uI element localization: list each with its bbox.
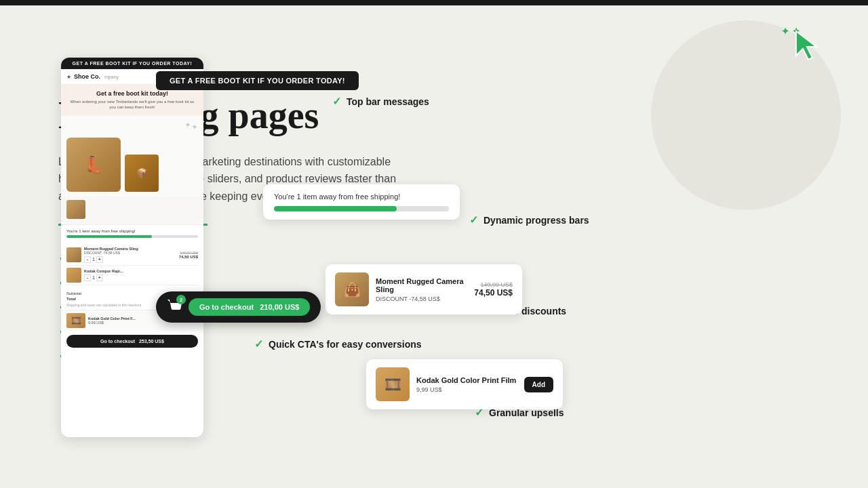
browser-top-bar: GET A FREE BOOT KIT IF YOU ORDER TODAY!: [61, 58, 203, 69]
checkout-float-price: 210,00 US$: [260, 303, 299, 311]
progress-bar-large: [274, 206, 449, 211]
product-thumb: [66, 200, 85, 219]
quick-cta-label: ✓ Quick CTA's for easy conversions: [254, 338, 422, 350]
browser-mockup: GET A FREE BOOT KIT IF YOU ORDER TODAY! …: [61, 58, 203, 437]
qty-increment-2[interactable]: +: [96, 274, 103, 281]
product-card-name: Moment Rugged Camera Sling: [376, 277, 467, 293]
check-icon-topbar: ✓: [332, 95, 341, 108]
top-bar-messages-text: Top bar messages: [347, 96, 429, 107]
cart-badge: 2: [176, 295, 186, 304]
product-card-float: 👜 Moment Rugged Camera Sling DISCOUNT -7…: [326, 264, 522, 314]
upsell-image-browser: 🎞️: [66, 313, 85, 328]
cart-item-row-2: Kodak Compur Rapi... - 1 +: [66, 266, 198, 285]
cart-icon-wrap: 2: [167, 299, 182, 315]
free-boot-title: Get a free boot kit today!: [66, 90, 198, 97]
product-card-discount: DISCOUNT -74,58 US$: [376, 296, 467, 302]
check-icon-progress: ✓: [469, 214, 478, 226]
qty-value-2: 1: [92, 275, 95, 280]
star-icon: ★: [66, 74, 71, 80]
upsell-card-info: Kodak Gold Color Print Film 9,99 US$: [416, 376, 517, 393]
upsell-card-price: 9,99 US$: [416, 386, 517, 393]
check-icon-cta: ✓: [254, 338, 263, 350]
checkout-float-button[interactable]: Go to checkout 210,00 US$: [189, 298, 310, 316]
qty-control-1: - 1 +: [84, 256, 176, 263]
dynamic-progress-label: ✓ Dynamic progress bars: [469, 214, 589, 226]
quick-cta-text: Quick CTA's for easy conversions: [269, 339, 422, 350]
box-product-image: 📦: [125, 155, 159, 192]
free-shipping-section: You're 1 item away from free shipping!: [61, 225, 203, 242]
cart-item-image-2: [66, 268, 81, 283]
shop-extra: mpany: [104, 75, 119, 79]
upsell-card-float: 🎞️ Kodak Gold Color Print Film 9,99 US$ …: [366, 359, 563, 409]
total-label: Total: [66, 297, 76, 301]
product-card-price-wrap: 149,00 US$ 74,50 US$: [474, 281, 513, 298]
dynamic-progress-text: Dynamic progress bars: [484, 215, 589, 226]
cart-items-section: Moment Rugged Camera Sling DISCOUNT -74,…: [61, 242, 203, 288]
subtotal-label: Subtotal: [66, 291, 81, 296]
cart-item-discount-1: DISCOUNT -74,58 US$: [84, 251, 176, 255]
qty-increment[interactable]: +: [96, 256, 103, 263]
cart-item-image-1: [66, 247, 81, 262]
checkout-float-label: Go to checkout: [199, 303, 254, 311]
progress-bar-small: [66, 235, 198, 238]
progress-card-text: You're 1 item away from free shipping!: [274, 192, 449, 201]
cursor-icon: [793, 30, 827, 64]
floating-cart-button[interactable]: 2 Go to checkout 210,00 US$: [156, 291, 321, 323]
qty-value: 1: [92, 257, 95, 262]
cart-item-name-2: Kodak Compur Rapi...: [84, 269, 198, 273]
shop-name: Shoe Co.: [74, 73, 100, 80]
product-card-info: Moment Rugged Camera Sling DISCOUNT -74,…: [376, 277, 467, 302]
cart-item-row: Moment Rugged Camera Sling DISCOUNT -74,…: [66, 245, 198, 266]
top-notification-card: GET A FREE BOOT KIT IF YOU ORDER TODAY!: [156, 71, 359, 90]
product-images-area: 👢 📦 ✦✦: [61, 116, 203, 197]
progress-fill-large: [274, 206, 397, 211]
progress-fill: [66, 235, 152, 238]
free-boot-desc: When ordering your new Timberlands we'll…: [66, 99, 198, 110]
product-card-orig-price: 149,00 US$: [474, 281, 513, 288]
checkout-btn-browser[interactable]: Go to checkout 253,50 US$: [66, 335, 198, 348]
checkout-label-browser: Go to checkout: [100, 339, 135, 344]
checkout-price-browser: 253,50 US$: [139, 339, 164, 344]
upsell-add-button[interactable]: Add: [524, 377, 553, 392]
qty-decrement[interactable]: -: [84, 256, 91, 263]
qty-control-2: - 1 +: [84, 274, 198, 281]
top-bar: [0, 0, 868, 5]
top-bar-label: ✓ Top bar messages: [332, 95, 429, 108]
original-price-1: 149,00 US$: [179, 251, 198, 255]
cart-item-info-2: Kodak Compur Rapi... - 1 +: [84, 269, 198, 281]
upsell-card-image: 🎞️: [376, 367, 410, 401]
product-thumb-row: [61, 197, 203, 225]
progress-card: You're 1 item away from free shipping!: [263, 184, 460, 220]
cart-item-info-1: Moment Rugged Camera Sling DISCOUNT -74,…: [84, 247, 176, 263]
qty-decrement-2[interactable]: -: [84, 274, 91, 281]
svg-marker-0: [796, 31, 816, 60]
new-price-1: 74,50 US$: [179, 255, 198, 259]
deco-lines-icon: ✦✦: [184, 119, 199, 132]
boot-product-image: 👢: [66, 138, 121, 192]
product-card-price: 74,50 US$: [474, 288, 513, 298]
upsell-card-name: Kodak Gold Color Print Film: [416, 376, 517, 384]
cart-item-price-1: 149,00 US$ 74,50 US$: [179, 251, 198, 259]
product-card-image: 👜: [335, 272, 369, 306]
free-shipping-text: You're 1 item away from free shipping!: [66, 229, 198, 233]
